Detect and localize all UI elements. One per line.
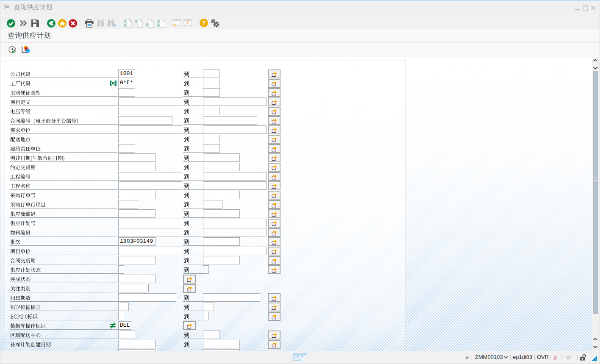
svg-text:SAP: SAP xyxy=(293,354,306,361)
svg-text:?: ? xyxy=(202,19,206,26)
